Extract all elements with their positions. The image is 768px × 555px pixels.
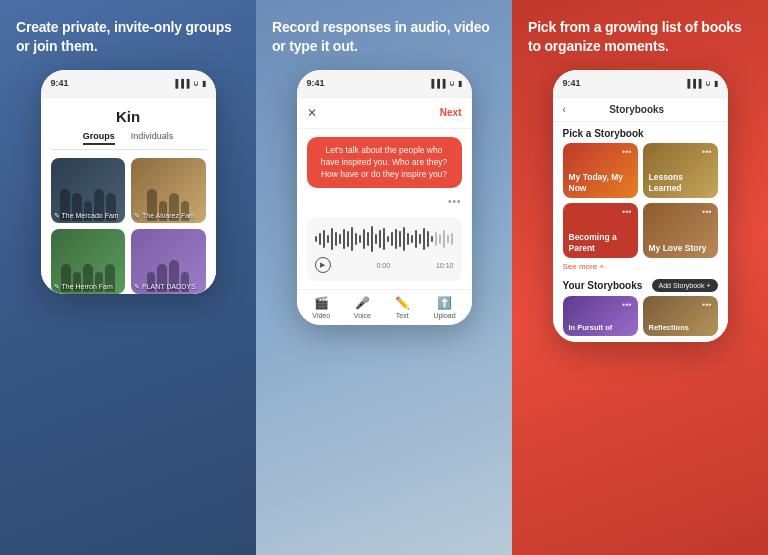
audio-waveform (315, 225, 454, 253)
storybook-card-lessons[interactable]: ••• Lessons Learned (643, 143, 718, 198)
card-label-4: My Love Story (649, 243, 712, 254)
storybook-card-my-today[interactable]: ••• My Today, My Now (563, 143, 638, 198)
your-card-more-icon-1[interactable]: ••• (569, 300, 632, 310)
signal-icon-2: ▐▐▐ (428, 79, 445, 88)
record-toolbar: 🎬 Video 🎤 Voice ✏️ Text ⬆️ Upload (297, 289, 472, 325)
card-more-icon-4[interactable]: ••• (649, 207, 712, 217)
status-icons-3: ▐▐▐ ⊍ ▮ (684, 79, 717, 88)
panel-2-title: Record responses in audio, video or type… (272, 18, 496, 56)
wifi-icon-3: ⊍ (705, 79, 711, 88)
app-name: Kin (51, 108, 206, 125)
tool-text-label: Text (396, 312, 409, 319)
phone-mockup-3: 9:41 ▐▐▐ ⊍ ▮ ‹ Storybooks Pick a Storybo… (553, 70, 728, 342)
play-button[interactable]: ▶ (315, 257, 331, 273)
phone-status-bar-1: 9:41 ▐▐▐ ⊍ ▮ (41, 70, 216, 98)
card-more-icon-1[interactable]: ••• (569, 147, 632, 157)
group-label-mercado: ✎The Mercado Fam (54, 212, 119, 220)
phone-time-2: 9:41 (307, 78, 325, 88)
panel-3-title: Pick from a growing list of books to org… (528, 18, 752, 56)
card-label-1: My Today, My Now (569, 172, 632, 194)
your-card-more-icon-2[interactable]: ••• (649, 300, 712, 310)
waveform-container: ▶ 0:00 10:10 (307, 217, 462, 281)
tool-upload-label: Upload (433, 312, 455, 319)
group-card-herron[interactable]: ✎The Herron Fam (51, 229, 126, 294)
tab-individuals[interactable]: Individuals (131, 131, 174, 145)
back-button[interactable]: ‹ (563, 104, 566, 115)
panel-storybooks: Pick from a growing list of books to org… (512, 0, 768, 555)
your-storybook-card-2[interactable]: ••• Reflections (643, 296, 718, 336)
voice-icon: 🎤 (355, 296, 370, 310)
see-more-link[interactable]: See more + (553, 258, 728, 275)
group-card-plant[interactable]: ✎PLANT DADDYS (131, 229, 206, 294)
signal-icon-3: ▐▐▐ (684, 79, 701, 88)
phone-mockup-2: 9:41 ▐▐▐ ⊍ ▮ ✕ Next Let's talk about the… (297, 70, 472, 326)
phone-content-groups: Kin Groups Individuals ✎The Mercado Fam (41, 98, 216, 294)
status-icons-1: ▐▐▐ ⊍ ▮ (172, 79, 205, 88)
group-label-herron: ✎The Herron Fam (54, 283, 113, 291)
card-more-icon-2[interactable]: ••• (649, 147, 712, 157)
tool-video-label: Video (312, 312, 330, 319)
tool-voice[interactable]: 🎤 Voice (354, 296, 371, 319)
pick-storybook-title: Pick a Storybook (553, 122, 728, 143)
close-button[interactable]: ✕ (307, 106, 317, 120)
battery-icon-2: ▮ (458, 79, 462, 88)
question-bubble: Let's talk about the people who have ins… (307, 137, 462, 189)
storybook-card-love-story[interactable]: ••• My Love Story (643, 203, 718, 258)
phone-time-1: 9:41 (51, 78, 69, 88)
video-icon: 🎬 (314, 296, 329, 310)
record-header: ✕ Next (297, 98, 472, 129)
playback-time-row: ▶ 0:00 10:10 (315, 257, 454, 273)
kin-tab-bar: Groups Individuals (51, 131, 206, 150)
your-card-label-2: Reflections (649, 323, 712, 332)
tool-video[interactable]: 🎬 Video (312, 296, 330, 319)
phone-status-bar-2: 9:41 ▐▐▐ ⊍ ▮ (297, 70, 472, 98)
your-storybooks-title: Your Storybooks (563, 280, 643, 291)
your-storybook-card-1[interactable]: ••• In Pursuit of (563, 296, 638, 336)
phone-status-bar-3: 9:41 ▐▐▐ ⊍ ▮ (553, 70, 728, 98)
panel-record: Record responses in audio, video or type… (256, 0, 512, 555)
wifi-icon-2: ⊍ (449, 79, 455, 88)
your-storybooks-row: Your Storybooks Add Storybook + (553, 275, 728, 296)
storybook-card-becoming-parent[interactable]: ••• Becoming a Parent (563, 203, 638, 258)
tool-upload[interactable]: ⬆️ Upload (433, 296, 455, 319)
storybooks-header: ‹ Storybooks (553, 98, 728, 122)
group-label-plant: ✎PLANT DADDYS (134, 283, 196, 291)
group-card-mercado[interactable]: ✎The Mercado Fam (51, 158, 126, 223)
your-card-label-1: In Pursuit of (569, 323, 632, 332)
more-options-icon[interactable]: ••• (448, 196, 462, 207)
tool-voice-label: Voice (354, 312, 371, 319)
card-more-icon-3[interactable]: ••• (569, 207, 632, 217)
upload-icon: ⬆️ (437, 296, 452, 310)
battery-icon: ▮ (202, 79, 206, 88)
signal-icon: ▐▐▐ (172, 79, 189, 88)
tool-text[interactable]: ✏️ Text (395, 296, 410, 319)
time-start: 0:00 (376, 262, 390, 269)
panel-1-title: Create private, invite-only groups or jo… (16, 18, 240, 56)
card-label-3: Becoming a Parent (569, 232, 632, 254)
phone-content-record: ✕ Next Let's talk about the people who h… (297, 98, 472, 326)
storybook-grid: ••• My Today, My Now ••• Lessons Learned… (553, 143, 728, 258)
card-label-2: Lessons Learned (649, 172, 712, 194)
group-label-alvarez: ✎The Alvarez Fam (134, 212, 195, 220)
phone-time-3: 9:41 (563, 78, 581, 88)
text-icon: ✏️ (395, 296, 410, 310)
phone-mockup-1: 9:41 ▐▐▐ ⊍ ▮ Kin Groups Individuals (41, 70, 216, 294)
group-card-alvarez[interactable]: ✎The Alvarez Fam (131, 158, 206, 223)
groups-grid: ✎The Mercado Fam ✎The Alvarez Fam (51, 158, 206, 294)
wifi-icon: ⊍ (193, 79, 199, 88)
tab-groups[interactable]: Groups (83, 131, 115, 145)
add-storybook-button[interactable]: Add Storybook + (652, 279, 718, 292)
status-icons-2: ▐▐▐ ⊍ ▮ (428, 79, 461, 88)
next-button[interactable]: Next (440, 107, 462, 118)
panel-groups: Create private, invite-only groups or jo… (0, 0, 256, 555)
your-storybooks-grid: ••• In Pursuit of ••• Reflections (553, 296, 728, 342)
battery-icon-3: ▮ (714, 79, 718, 88)
time-end: 10:10 (436, 262, 454, 269)
phone-content-storybooks: ‹ Storybooks Pick a Storybook ••• My Tod… (553, 98, 728, 342)
storybooks-header-title: Storybooks (609, 104, 664, 115)
